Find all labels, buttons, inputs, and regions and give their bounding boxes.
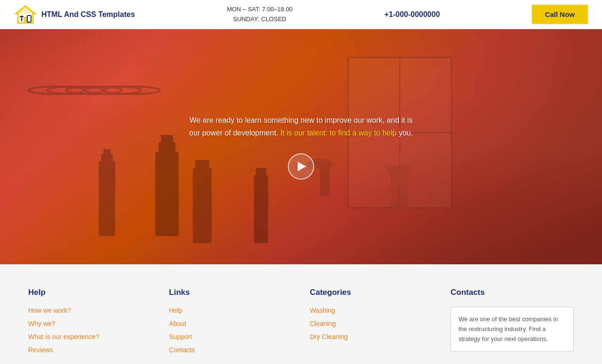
footer-link-3[interactable]: Support [169, 333, 291, 340]
footer-help-link-2[interactable]: Why we? [28, 320, 150, 327]
footer-link-1[interactable]: Help [169, 307, 291, 314]
footer-category-washing[interactable]: Washing [310, 307, 432, 314]
hero-paragraph: We are ready to learn something new to i… [188, 114, 414, 139]
svg-marker-1 [16, 6, 35, 14]
youtube-icon[interactable] [515, 361, 531, 364]
footer-link-4[interactable]: Contacts [169, 346, 291, 354]
footer-help-link-4[interactable]: Reviews [28, 346, 150, 354]
footer-contacts-title: Contacts [451, 288, 574, 297]
hero-content: We are ready to learn something new to i… [179, 104, 423, 189]
footer-grid: Help How we work? Why we? What is our ex… [28, 288, 574, 364]
footer-contacts-section: Contacts We are one of the best companie… [451, 288, 574, 364]
twitter-icon[interactable] [451, 361, 466, 364]
phone-number: +1-000-0000000 [384, 10, 440, 19]
hero-section: We are ready to learn something new to i… [0, 29, 602, 264]
logo-text: HTML And CSS Templates [41, 10, 135, 19]
footer-contact-description: We are one of the best companies in the … [451, 307, 574, 352]
instagram-icon[interactable] [537, 361, 552, 364]
google-plus-icon[interactable]: G+ [494, 361, 509, 364]
logo-icon [14, 3, 37, 26]
footer-help-section: Help How we work? Why we? What is our ex… [28, 288, 150, 364]
footer-links-title: Links [169, 288, 291, 297]
pinterest-icon[interactable] [559, 361, 574, 364]
footer-help-link-1[interactable]: How we work? [28, 307, 150, 314]
footer-link-2[interactable]: About [169, 320, 291, 327]
play-button[interactable] [288, 153, 314, 180]
call-now-button[interactable]: Call Now [532, 5, 588, 24]
facebook-icon[interactable] [472, 361, 487, 364]
footer-categories-title: Categories [310, 288, 432, 297]
business-hours: MON – SAT: 7.00–18.00 SUNDAY: CLOSED [227, 5, 293, 24]
header: HTML And CSS Templates MON – SAT: 7.00–1… [0, 0, 602, 29]
footer-category-cleaning[interactable]: Cleaning [310, 320, 432, 327]
social-icons-container: G+ [451, 361, 574, 364]
svg-rect-7 [103, 149, 111, 156]
footer-categories-section: Categories Washing Cleaning Dry Cleaning [310, 288, 432, 364]
hero-highlight: It is our talent: to find a way to help [280, 129, 396, 137]
footer-help-title: Help [28, 288, 150, 297]
svg-rect-8 [155, 151, 179, 236]
logo-container: HTML And CSS Templates [14, 3, 135, 26]
svg-rect-4 [27, 16, 31, 22]
footer: Help How we work? Why we? What is our ex… [0, 264, 602, 364]
svg-rect-5 [99, 161, 115, 236]
play-icon [298, 162, 306, 171]
footer-links-section: Links Help About Support Contacts [169, 288, 291, 364]
footer-category-dry-cleaning[interactable]: Dry Cleaning [310, 333, 432, 340]
footer-help-link-3[interactable]: What is our experience? [28, 333, 150, 340]
svg-rect-10 [161, 135, 173, 144]
